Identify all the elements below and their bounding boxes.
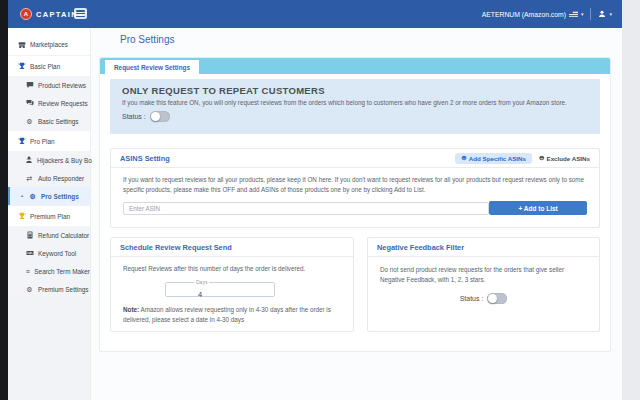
repeat-customers-title: ONLY REQUEST TO REPEAT CUSTOMERS: [122, 85, 588, 96]
captaina-logo-icon: A: [20, 8, 32, 20]
sidebar-item-marketplaces[interactable]: Marketplaces: [8, 34, 90, 55]
note-text: Amazon allows review requesting only in …: [123, 306, 331, 323]
comments-icon: [25, 99, 34, 107]
calculator-icon: [25, 231, 34, 239]
topbar-right: AETERNUM (Amazon.com) ▾ ▾: [482, 0, 612, 28]
add-specific-asins-label: Add Specific ASINs: [469, 155, 526, 162]
store-icon: [17, 41, 26, 49]
schedule-panel-header: Schedule Review Request Send: [111, 238, 353, 257]
sidebar-item-review-requests[interactable]: Review Requests: [8, 94, 90, 112]
user-icon: [598, 10, 606, 18]
sidebar-item-product-reviews[interactable]: Product Reviews: [8, 76, 90, 94]
sidebar-item-label: Refund Calculator: [38, 232, 89, 239]
add-specific-asins-button[interactable]: ⊕ Add Specific ASINs: [455, 153, 532, 164]
keyboard-icon: [25, 249, 34, 257]
active-bullet: •: [21, 193, 23, 199]
sidebar: Marketplaces Basic Plan Product Reviews …: [8, 28, 91, 400]
status-label: Status :: [122, 113, 146, 120]
days-field-label: Days: [194, 279, 209, 285]
tab-bar: Request Review Settings: [100, 58, 610, 74]
note-label: Note:: [123, 306, 139, 313]
negative-description: Do not send product review requests for …: [380, 265, 587, 285]
sidebar-item-hijackers-buy-box[interactable]: Hijackers & Buy Box: [8, 151, 90, 169]
account-selector[interactable]: AETERNUM (Amazon.com) ▾: [482, 11, 584, 18]
account-label: AETERNUM (Amazon.com): [482, 11, 566, 18]
asins-panel-body: If you want to request reviews for all y…: [111, 168, 599, 227]
sidebar-item-label: Premium Plan: [30, 213, 70, 220]
chevron-down-icon: ▾: [609, 12, 612, 17]
days-field: Days: [165, 282, 275, 297]
sidebar-item-keyword-tool[interactable]: Keyword Tool: [8, 244, 90, 262]
schedule-description: Request Reviews after this number of day…: [123, 264, 341, 274]
negative-panel-header: Negative Feedback Filter: [368, 238, 599, 257]
sidebar-item-pro-plan[interactable]: Pro Plan: [8, 130, 90, 151]
sidebar-item-label: Auto Responder: [38, 175, 84, 182]
repeat-customers-panel: ONLY REQUEST TO REPEAT CUSTOMERS If you …: [110, 79, 600, 134]
sidebar-item-label: Search Term Maker: [34, 268, 90, 275]
user-menu[interactable]: ▾: [598, 10, 612, 18]
asin-input-row: + Add to List: [123, 201, 587, 215]
desktop-edge-right: [622, 0, 640, 400]
app-window: A CAPTAINA AETERNUM (Amazon.com) ▾: [8, 0, 622, 400]
desktop-edge-left: [0, 0, 8, 400]
us-flag-icon: [569, 11, 578, 17]
days-input[interactable]: [166, 288, 274, 301]
sidebar-item-basic-plan[interactable]: Basic Plan: [8, 55, 90, 76]
negative-panel-title: Negative Feedback Filter: [377, 243, 464, 252]
exclude-asins-button[interactable]: ⊖ Exclude ASINs: [539, 155, 590, 162]
negative-feedback-panel: Negative Feedback Filter Do not send pro…: [367, 237, 600, 332]
schedule-panel-body: Request Reviews after this number of day…: [111, 257, 353, 325]
logo-letter: A: [24, 11, 28, 17]
minus-circle-icon: ⊖: [539, 155, 545, 162]
sidebar-item-label: Hijackers & Buy Box: [37, 157, 95, 164]
schedule-review-panel: Schedule Review Request Send Request Rev…: [110, 237, 354, 332]
add-to-list-button[interactable]: + Add to List: [489, 201, 587, 215]
gear-icon: ⚙: [25, 118, 34, 125]
user-secret-icon: [25, 156, 33, 164]
sidebar-item-label: Basic Plan: [30, 63, 60, 70]
trophy-icon: [17, 212, 26, 220]
asins-header-actions: ⊕ Add Specific ASINs ⊖ Exclude ASINs: [455, 153, 590, 164]
sidebar-item-auto-responder[interactable]: ⇄ Auto Responder: [8, 169, 90, 187]
sidebar-item-label: Keyword Tool: [38, 250, 76, 257]
gear-icon: ⚙: [25, 286, 34, 293]
sidebar-item-search-term-maker[interactable]: ≡ Search Term Maker: [8, 262, 90, 280]
screen: A CAPTAINA AETERNUM (Amazon.com) ▾: [0, 0, 640, 400]
sidebar-item-label: Review Requests: [38, 100, 88, 107]
sidebar-item-label: Pro Plan: [30, 138, 55, 145]
sidebar-item-label: Premium Settings: [38, 286, 88, 293]
trophy-icon: [17, 62, 26, 70]
sidebar-item-basic-settings[interactable]: ⚙ Basic Settings: [8, 112, 90, 130]
sidebar-item-premium-settings[interactable]: ⚙ Premium Settings: [8, 280, 90, 298]
trophy-icon: [17, 137, 26, 145]
sidebar-item-pro-settings[interactable]: • ⚙ Pro Settings: [8, 187, 90, 205]
toggle-knob: [151, 112, 160, 121]
plus-circle-icon: ⊕: [461, 155, 467, 162]
toggle-knob: [488, 294, 497, 303]
asins-panel-header: ASINS Setting ⊕ Add Specific ASINs ⊖ Exc…: [111, 149, 599, 168]
tab-request-review-settings[interactable]: Request Review Settings: [105, 60, 199, 74]
exchange-icon: ⇄: [25, 175, 34, 182]
asin-input[interactable]: [123, 202, 489, 215]
negative-feedback-toggle[interactable]: [487, 293, 507, 304]
sidebar-item-premium-plan[interactable]: Premium Plan: [8, 205, 90, 226]
main-content: Pro Settings Request Review Settings ONL…: [92, 28, 622, 400]
exclude-asins-label: Exclude ASINs: [547, 155, 590, 162]
sidebar-item-refund-calculator[interactable]: Refund Calculator: [8, 226, 90, 244]
sidebar-filler: [8, 298, 90, 400]
asins-setting-panel: ASINS Setting ⊕ Add Specific ASINs ⊖ Exc…: [110, 148, 600, 228]
topbar: A CAPTAINA AETERNUM (Amazon.com) ▾: [8, 0, 622, 28]
gear-icon: ⚙: [28, 193, 37, 200]
topbar-divider: [590, 8, 591, 20]
list-icon: ≡: [25, 268, 30, 275]
asins-panel-title: ASINS Setting: [120, 154, 170, 163]
menu-toggle-icon[interactable]: [74, 8, 87, 19]
page-title: Pro Settings: [120, 34, 174, 45]
asins-description: If you want to request reviews for all y…: [123, 175, 587, 195]
bottom-panels-row: Schedule Review Request Send Request Rev…: [110, 237, 600, 332]
status-label: Status :: [460, 295, 484, 302]
repeat-customers-status-row: Status :: [122, 111, 588, 122]
repeat-customers-description: If you make this feature ON, you will on…: [122, 99, 588, 106]
repeat-customers-toggle[interactable]: [150, 111, 170, 122]
sidebar-item-label: Marketplaces: [30, 41, 68, 48]
